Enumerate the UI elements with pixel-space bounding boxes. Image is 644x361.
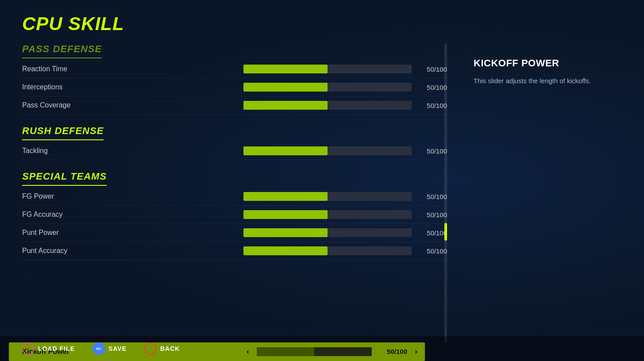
punt-accuracy-label: Punt Accuracy [22, 247, 243, 255]
fg-power-row[interactable]: FG Power 50/100 [22, 188, 447, 206]
tackling-slider-container: 50/100 [243, 146, 447, 155]
info-title: KICKOFF POWER [474, 58, 626, 69]
special-teams-section: SPECIAL TEAMS FG Power 50/100 FG Accurac… [22, 165, 447, 260]
punt-power-bar-fill [243, 228, 328, 237]
back-label: BACK [160, 345, 180, 352]
rush-defense-section: RUSH DEFENSE Tackling 50/100 [22, 119, 447, 160]
punt-power-bar-wrap[interactable] [243, 228, 412, 237]
interceptions-value: 50/100 [416, 84, 447, 91]
fg-accuracy-bar-fill [243, 210, 328, 219]
punt-accuracy-slider-container: 50/100 [243, 246, 447, 255]
info-description: This slider adjusts the length of kickof… [474, 76, 626, 86]
punt-accuracy-row[interactable]: Punt Accuracy 50/100 [22, 242, 447, 260]
pass-coverage-value: 50/100 [416, 102, 447, 109]
scrollbar-track[interactable] [444, 43, 447, 342]
fg-accuracy-bar-wrap[interactable] [243, 210, 412, 219]
fg-accuracy-slider-container: 50/100 [243, 210, 447, 219]
load-file-action[interactable]: ○ LOAD FILE [22, 342, 75, 355]
punt-accuracy-bar-wrap[interactable] [243, 246, 412, 255]
fg-power-value: 50/100 [416, 193, 447, 200]
scroll-area: PASS DEFENSE Reaction Time 50/100 Interc… [22, 43, 447, 342]
tackling-bar-fill [243, 146, 328, 155]
interceptions-bar-fill [243, 83, 328, 92]
fg-accuracy-value: 50/100 [416, 211, 447, 219]
special-teams-header: SPECIAL TEAMS [22, 165, 107, 186]
punt-power-row[interactable]: Punt Power 50/100 [22, 224, 447, 242]
reaction-time-bar-fill [243, 65, 328, 73]
load-file-label: LOAD FILE [38, 345, 75, 352]
bottom-bar: ○ LOAD FILE R3 SAVE ○ BACK [0, 336, 644, 361]
interceptions-label: Interceptions [22, 83, 243, 91]
pass-coverage-label: Pass Coverage [22, 101, 243, 109]
fg-power-bar-wrap[interactable] [243, 192, 412, 201]
right-panel: KICKOFF POWER This slider adjusts the le… [447, 13, 644, 361]
fg-power-slider-container: 50/100 [243, 192, 447, 201]
punt-power-value: 50/100 [416, 229, 447, 237]
page-title: CPU SKILL [22, 13, 447, 35]
fg-power-bar-fill [243, 192, 328, 201]
scrollbar-thumb[interactable] [444, 223, 447, 241]
rush-defense-header: RUSH DEFENSE [22, 119, 104, 140]
punt-accuracy-bar-fill [243, 246, 328, 255]
reaction-time-slider-container: 50/100 [243, 65, 447, 73]
pass-coverage-slider-container: 50/100 [243, 101, 447, 110]
left-panel: CPU SKILL PASS DEFENSE Reaction Time 50/… [22, 13, 447, 361]
reaction-time-label: Reaction Time [22, 65, 243, 73]
pass-coverage-row[interactable]: Pass Coverage 50/100 [22, 96, 447, 115]
save-action[interactable]: R3 SAVE [93, 342, 127, 355]
back-icon: ○ [144, 342, 157, 355]
main-container: CPU SKILL PASS DEFENSE Reaction Time 50/… [0, 0, 644, 361]
tackling-bar-wrap[interactable] [243, 146, 412, 155]
fg-accuracy-label: FG Accuracy [22, 211, 243, 219]
interceptions-row[interactable]: Interceptions 50/100 [22, 78, 447, 96]
punt-accuracy-value: 50/100 [416, 247, 447, 255]
reaction-time-bar-wrap[interactable] [243, 65, 412, 73]
pass-defense-section: PASS DEFENSE Reaction Time 50/100 Interc… [22, 43, 447, 115]
punt-power-slider-container: 50/100 [243, 228, 447, 237]
fg-power-label: FG Power [22, 192, 243, 200]
fg-accuracy-row[interactable]: FG Accuracy 50/100 [22, 206, 447, 224]
save-icon: R3 [93, 342, 105, 355]
tackling-value: 50/100 [416, 147, 447, 155]
pass-defense-header: PASS DEFENSE [22, 43, 102, 58]
pass-coverage-bar-fill [243, 101, 328, 110]
reaction-time-row[interactable]: Reaction Time 50/100 [22, 60, 447, 78]
interceptions-bar-wrap[interactable] [243, 83, 412, 92]
interceptions-slider-container: 50/100 [243, 83, 447, 92]
pass-coverage-bar-wrap[interactable] [243, 101, 412, 110]
save-label: SAVE [108, 345, 127, 352]
tackling-label: Tackling [22, 147, 243, 155]
tackling-row[interactable]: Tackling 50/100 [22, 142, 447, 160]
load-file-icon: ○ [22, 342, 35, 355]
back-action[interactable]: ○ BACK [144, 342, 180, 355]
reaction-time-value: 50/100 [416, 65, 447, 73]
punt-power-label: Punt Power [22, 229, 243, 237]
